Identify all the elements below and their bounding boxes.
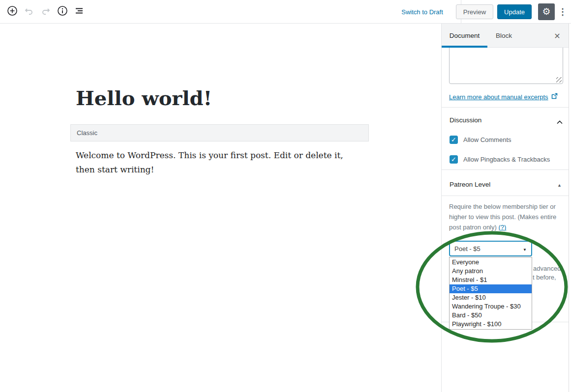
classic-block-label: Classic xyxy=(77,129,97,137)
chevron-up-icon[interactable] xyxy=(556,118,563,127)
toolbar-right-group: Switch to Draft Preview Update ⚙ ⋮ xyxy=(401,0,571,24)
redo-button[interactable] xyxy=(37,3,54,20)
external-link-icon xyxy=(551,92,558,101)
toolbar-left-group xyxy=(4,3,88,20)
outline-list-icon xyxy=(74,5,85,18)
panel-divider xyxy=(442,107,569,108)
editor-canvas: Hello world! Classic Welcome to WordPres… xyxy=(0,24,441,392)
info-circle-icon xyxy=(57,5,68,18)
excerpt-textarea[interactable] xyxy=(449,45,563,84)
dropdown-option[interactable]: Wandering Troupe - $30 xyxy=(450,302,532,311)
collapse-triangle-icon[interactable]: ▲ xyxy=(557,183,562,188)
dropdown-option[interactable]: Any patron xyxy=(450,267,532,276)
allow-comments-row[interactable]: ✓ Allow Comments xyxy=(450,136,511,144)
post-body-text[interactable]: Welcome to WordPress. This is your first… xyxy=(76,148,349,177)
excerpt-learn-more-label: Learn more about manual excerpts xyxy=(449,93,548,101)
settings-gear-icon[interactable]: ⚙ xyxy=(538,3,555,20)
wordpress-editor-window: Switch to Draft Preview Update ⚙ ⋮ Hello… xyxy=(0,0,571,392)
tab-block[interactable]: Block xyxy=(487,24,520,48)
panel-divider xyxy=(442,169,569,170)
dropdown-option[interactable]: Bard - $50 xyxy=(450,311,532,320)
occluded-sidebar-text: t before, xyxy=(533,274,556,281)
sidebar-tab-bar: Document Block ✕ xyxy=(442,24,569,48)
dropdown-option[interactable]: Playwright - $100 xyxy=(450,320,532,329)
undo-icon xyxy=(24,5,34,18)
patreon-tier-select[interactable]: Poet - $5 ▼ xyxy=(449,241,532,256)
redo-icon xyxy=(40,5,51,18)
patreon-options-list: EveryoneAny patronMinstrel - $1Poet - $5… xyxy=(449,257,532,330)
preview-button[interactable]: Preview xyxy=(456,4,493,19)
classic-block[interactable]: Classic xyxy=(70,124,369,141)
patreon-panel-title[interactable]: Patreon Level xyxy=(450,181,490,188)
occluded-sidebar-text: advanced xyxy=(533,265,561,272)
dropdown-option[interactable]: Everyone xyxy=(450,258,532,267)
close-icon[interactable]: ✕ xyxy=(551,29,564,42)
tier-select-value: Poet - $5 xyxy=(454,245,481,252)
allow-pingbacks-label: Allow Pingbacks & Trackbacks xyxy=(463,156,550,163)
settings-sidebar: Learn more about manual excerpts Discuss… xyxy=(441,24,571,392)
excerpt-learn-more-link[interactable]: Learn more about manual excerpts xyxy=(449,92,558,101)
patreon-help-link[interactable]: (?) xyxy=(498,224,506,231)
content-structure-button[interactable] xyxy=(54,3,71,20)
update-button[interactable]: Update xyxy=(497,4,532,19)
plus-circle-icon xyxy=(7,5,18,18)
panel-divider xyxy=(442,196,569,196)
discussion-panel-title[interactable]: Discussion xyxy=(450,116,481,124)
allow-comments-label: Allow Comments xyxy=(463,136,511,143)
tab-document[interactable]: Document xyxy=(442,24,487,48)
allow-pingbacks-row[interactable]: ✓ Allow Pingbacks & Trackbacks xyxy=(450,155,550,164)
dropdown-option[interactable]: Minstrel - $1 xyxy=(450,276,532,284)
post-title[interactable]: Hello world! xyxy=(76,86,371,110)
allow-comments-checkbox[interactable]: ✓ xyxy=(450,136,458,144)
undo-button[interactable] xyxy=(21,3,37,20)
select-arrow-icon: ▼ xyxy=(523,248,527,252)
switch-to-draft-link[interactable]: Switch to Draft xyxy=(401,8,443,16)
patreon-description: Require the below membership tier or hig… xyxy=(449,201,564,232)
dropdown-option[interactable]: Poet - $5 xyxy=(450,284,532,293)
editor-toolbar: Switch to Draft Preview Update ⚙ ⋮ xyxy=(0,0,571,24)
dropdown-option[interactable]: Jester - $10 xyxy=(450,293,532,302)
more-options-icon[interactable]: ⋮ xyxy=(558,3,567,20)
allow-pingbacks-checkbox[interactable]: ✓ xyxy=(450,155,458,164)
sidebar-scrollbar[interactable] xyxy=(569,24,569,392)
block-navigation-button[interactable] xyxy=(71,3,88,20)
inserter-button[interactable] xyxy=(4,3,21,20)
